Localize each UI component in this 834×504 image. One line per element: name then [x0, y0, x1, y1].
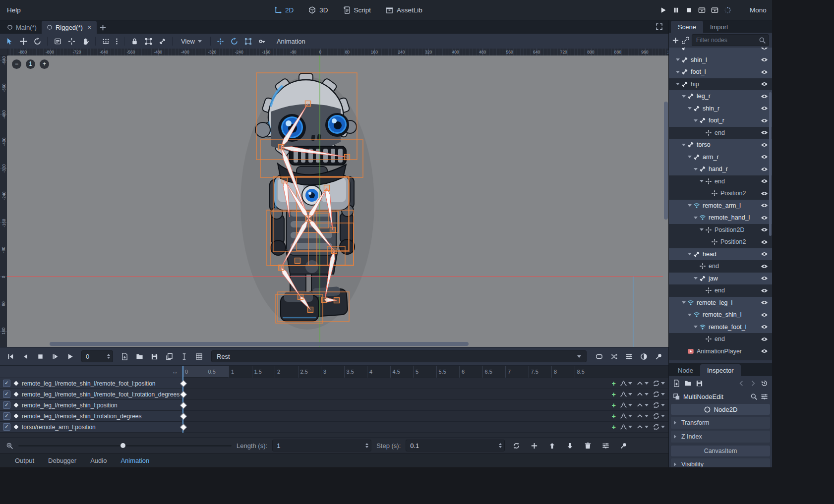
spinbox-updown-icon[interactable] [499, 442, 502, 449]
anim-stop-button[interactable] [34, 350, 47, 362]
zoom-reset-button[interactable]: 1 [26, 59, 35, 69]
bottom-panel-tab[interactable]: Output [8, 457, 41, 464]
collapse-caret-icon[interactable] [682, 95, 686, 100]
tree-node-row[interactable]: end [669, 333, 772, 345]
visibility-eye-icon[interactable] [761, 93, 768, 100]
list-select-button[interactable] [51, 35, 64, 47]
pause-button[interactable] [672, 6, 680, 14]
tree-node-row[interactable] [669, 48, 772, 54]
insert-track-key-button[interactable] [612, 391, 616, 398]
collapse-caret-icon[interactable] [676, 58, 680, 63]
visibility-eye-icon[interactable] [761, 299, 768, 306]
tree-node-row[interactable]: AnimationPlayer [669, 345, 772, 358]
collapse-caret-icon[interactable] [700, 228, 704, 233]
group-object-button[interactable] [142, 35, 155, 47]
visibility-eye-icon[interactable] [761, 347, 768, 355]
tree-node-row[interactable]: end [669, 175, 772, 188]
onion-skinning-button[interactable] [637, 350, 650, 362]
lock-object-button[interactable] [128, 35, 141, 47]
collapse-caret-icon[interactable] [682, 144, 686, 148]
object-options-icon[interactable] [761, 393, 768, 400]
inspector-tab[interactable]: Node [671, 364, 700, 376]
animation-track-row[interactable]: remote_leg_l/remote_shin_l/remote_foot_l… [0, 389, 669, 400]
canvas-viewport[interactable]: -960-880-800-720-640-560-480-400-320-240… [0, 49, 669, 347]
zoom-out-button[interactable]: − [12, 59, 21, 69]
tree-node-row[interactable]: arm_r [669, 151, 772, 164]
rotate-tool-button[interactable] [31, 35, 44, 47]
load-animation-button[interactable] [133, 350, 146, 362]
visibility-eye-icon[interactable] [761, 48, 768, 52]
tree-node-row[interactable]: end [669, 284, 772, 297]
track-tools-button[interactable] [599, 440, 612, 451]
tree-node-row[interactable]: hand_r [669, 163, 772, 175]
bottom-panel-tab[interactable]: Animation [114, 457, 156, 464]
update-mode-dropdown[interactable] [620, 391, 632, 398]
visibility-eye-icon[interactable] [761, 166, 768, 173]
inspector-section-row[interactable]: Transform [671, 417, 770, 429]
visibility-eye-icon[interactable] [761, 117, 768, 124]
spinbox-updown-icon[interactable] [365, 442, 368, 449]
animation-track-row[interactable]: torso/remote_arm_l:position [0, 422, 669, 433]
insert-track-key-button[interactable] [612, 380, 616, 387]
visibility-eye-icon[interactable] [761, 287, 768, 294]
visibility-eye-icon[interactable] [761, 177, 768, 185]
canvas-vertical-scrollbar[interactable] [664, 102, 668, 220]
tree-node-row[interactable]: foot_r [669, 114, 772, 127]
timeline-playhead[interactable] [182, 366, 183, 433]
track-timeline-zone[interactable] [182, 411, 669, 421]
visibility-eye-icon[interactable] [761, 190, 768, 197]
bottom-panel-tab[interactable]: Debugger [41, 457, 83, 464]
visibility-eye-icon[interactable] [761, 56, 768, 63]
collapse-caret-icon[interactable] [694, 217, 698, 221]
interpolation-dropdown[interactable] [636, 412, 649, 420]
animation-track-row[interactable]: remote_leg_l/remote_shin_l/remote_foot_l… [0, 378, 669, 389]
tree-node-row[interactable]: remote_hand_l [669, 212, 772, 224]
visibility-eye-icon[interactable] [761, 263, 768, 270]
tree-node-row[interactable]: end [669, 127, 772, 139]
collapse-caret-icon[interactable] [688, 204, 692, 209]
animation-track-row[interactable]: remote_leg_l/remote_shin_l:position [0, 400, 669, 411]
track-enabled-checkbox[interactable] [3, 423, 10, 431]
animation-length-input[interactable] [273, 442, 371, 449]
loop-mode-dropdown[interactable] [653, 412, 665, 420]
snap-options-button[interactable] [113, 35, 120, 47]
view-menu-button[interactable]: View [176, 35, 207, 47]
insert-track-key-button[interactable] [612, 402, 616, 409]
duplicate-animation-button[interactable] [163, 350, 176, 362]
insert-rotation-key-button[interactable] [228, 35, 241, 47]
zoom-in-button[interactable]: + [40, 59, 49, 69]
visibility-eye-icon[interactable] [761, 250, 768, 258]
scene-tree-scrollbar[interactable] [769, 92, 772, 236]
remove-track-button[interactable] [581, 440, 594, 451]
visibility-eye-icon[interactable] [761, 226, 768, 233]
tree-node-row[interactable]: remote_leg_l [669, 297, 772, 309]
interpolation-dropdown[interactable] [636, 423, 649, 431]
insert-track-key-button[interactable] [612, 424, 616, 431]
animation-step-input[interactable] [406, 442, 504, 449]
pan-tool-button[interactable] [79, 35, 92, 47]
stop-button[interactable] [685, 6, 693, 14]
insert-location-key-button[interactable] [214, 35, 227, 47]
edit-transitions-button[interactable] [607, 350, 620, 362]
collapse-caret-icon[interactable] [700, 180, 704, 184]
tree-node-row[interactable]: leg_r [669, 90, 772, 103]
save-resource-icon[interactable] [696, 380, 703, 387]
save-animation-button[interactable] [148, 350, 161, 362]
collapse-caret-icon[interactable] [694, 168, 698, 172]
tree-node-row[interactable]: jaw [669, 273, 772, 285]
history-forward-icon[interactable] [749, 380, 757, 387]
snap-keys-button[interactable] [617, 440, 630, 451]
rename-animation-button[interactable] [178, 350, 190, 362]
track-enabled-checkbox[interactable] [3, 391, 10, 398]
interpolation-dropdown[interactable] [636, 391, 649, 398]
update-mode-dropdown[interactable] [620, 423, 632, 431]
track-timeline-zone[interactable] [182, 378, 669, 389]
anim-play-button[interactable] [63, 350, 76, 362]
mode-button[interactable]: Script [339, 6, 375, 14]
update-mode-dropdown[interactable] [620, 380, 632, 387]
class-header-node2d[interactable]: Node2D [671, 404, 770, 415]
loop-mode-dropdown[interactable] [653, 391, 665, 398]
scene-tab[interactable]: Rigged(*) [42, 21, 97, 34]
track-enabled-checkbox[interactable] [3, 401, 10, 409]
tree-node-row[interactable]: torso [669, 139, 772, 151]
